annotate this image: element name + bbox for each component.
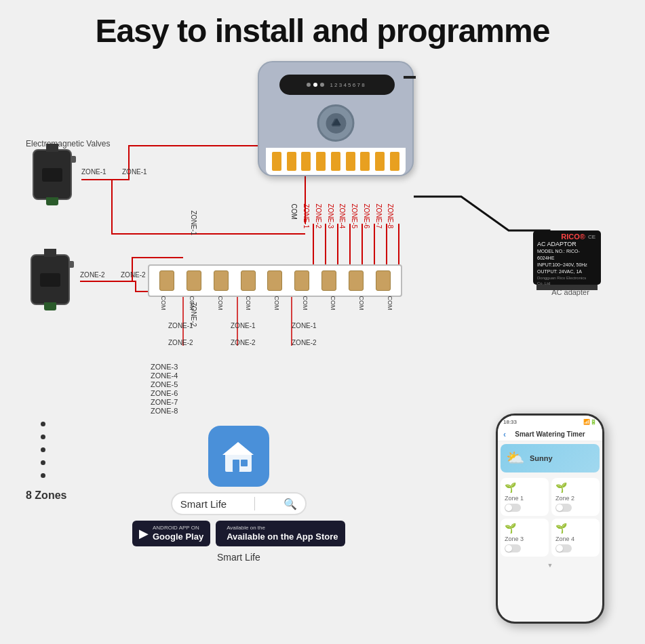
ac-brand: RICO® bbox=[561, 233, 585, 241]
valve-1 bbox=[33, 149, 72, 200]
terminal-strip bbox=[148, 264, 402, 297]
svg-rect-26 bbox=[241, 460, 248, 466]
zone-label-v1-1: ZONE-1 bbox=[81, 168, 106, 176]
terminal-screw bbox=[267, 270, 282, 291]
terminal bbox=[375, 152, 385, 171]
terminal bbox=[346, 152, 355, 171]
zone-toggle-2[interactable] bbox=[555, 504, 572, 512]
terminal-screw bbox=[159, 270, 174, 291]
zone-label-right-3: ZONE-3 bbox=[327, 204, 334, 229]
google-badge-small-text: ANDROID APP ON bbox=[153, 525, 203, 531]
phone-weather: ⛅ Sunny bbox=[501, 444, 600, 472]
weather-label: Sunny bbox=[530, 454, 553, 462]
zone-label-v1-vert: ZONE-1 bbox=[190, 211, 197, 236]
google-badge-main-text: Google Play bbox=[153, 531, 203, 542]
back-button[interactable]: ‹ bbox=[503, 430, 506, 439]
terminal bbox=[316, 152, 326, 171]
phone-app-title: ‹ Smart Watering Timer bbox=[498, 428, 602, 441]
zone-list-item: ZONE-8 bbox=[151, 407, 178, 415]
terminal-screw bbox=[321, 270, 336, 291]
zone-toggle-1[interactable] bbox=[505, 504, 521, 512]
ac-adapter: RICO® CE AC ADAPTOR MODEL NO.: RICO-6024… bbox=[533, 230, 608, 296]
zone-toggle-3[interactable] bbox=[505, 544, 521, 552]
svg-rect-25 bbox=[233, 460, 239, 472]
terminal-screw bbox=[214, 270, 229, 291]
terminal-screw bbox=[241, 270, 256, 291]
phone-mockup: 18:33 📶🔋 ‹ Smart Watering Timer ⛅ Sunny … bbox=[496, 414, 604, 624]
zone-label-com-right: COM bbox=[290, 204, 298, 220]
zone-card-2: 🌱 Zone 2 bbox=[551, 478, 600, 516]
dot bbox=[41, 435, 45, 439]
terminal-block-top bbox=[266, 148, 406, 175]
com-label: COM bbox=[245, 296, 252, 310]
status-dot bbox=[313, 83, 317, 87]
zone-label-v2-1: ZONE-2 bbox=[80, 271, 105, 279]
status-dot bbox=[307, 83, 311, 87]
zone-list: ZONE-3 ZONE-4 ZONE-5 ZONE-6 ZONE-7 ZONE-… bbox=[151, 363, 178, 415]
controller-button-inner bbox=[326, 113, 346, 134]
dot bbox=[41, 460, 45, 465]
zone-list-item: ZONE-3 bbox=[151, 363, 178, 371]
zone-label-right-5: ZONE-5 bbox=[351, 204, 358, 229]
zone-label-right-1: ZONE-1 bbox=[302, 204, 310, 229]
terminal bbox=[390, 152, 399, 171]
com-label: COM bbox=[273, 296, 279, 310]
zone-label-right-6: ZONE-6 bbox=[363, 204, 370, 229]
com-label: COM bbox=[386, 296, 393, 310]
controller-display: 1 2 3 4 5 6 7 8 bbox=[279, 75, 395, 95]
zone-card-1: 🌱 Zone 1 bbox=[501, 478, 549, 516]
terminal bbox=[301, 152, 311, 171]
zone-card-label-2: Zone 2 bbox=[555, 495, 595, 502]
smart-life-icon bbox=[208, 426, 269, 487]
store-badges: ▶ ANDROID APP ON Google Play Available o… bbox=[132, 521, 345, 546]
zone2-bottom-2: ZONE-2 bbox=[231, 339, 256, 346]
terminal bbox=[287, 152, 296, 171]
zone-label-right-7: ZONE-7 bbox=[375, 204, 383, 229]
phone-zones-grid: 🌱 Zone 1 🌱 Zone 2 🌱 Zone 3 🌱 Zone 4 bbox=[498, 475, 602, 559]
terminal-screw bbox=[294, 270, 309, 291]
weather-icon: ⛅ bbox=[506, 449, 524, 467]
google-play-badge[interactable]: ▶ ANDROID APP ON Google Play bbox=[132, 521, 210, 546]
terminal bbox=[331, 152, 340, 171]
ac-adapter-body: RICO® CE AC ADAPTOR MODEL NO.: RICO-6024… bbox=[533, 230, 601, 285]
terminal bbox=[360, 152, 370, 171]
search-bar[interactable]: Smart Life 🔍 bbox=[171, 492, 307, 515]
zone2-bottom-1: ZONE-2 bbox=[168, 339, 193, 346]
app-store-badge[interactable]: Available on the Available on the App St… bbox=[216, 521, 345, 546]
search-icon[interactable]: 🔍 bbox=[284, 498, 297, 510]
em-valves-label: Electromagnetic Valves bbox=[26, 139, 111, 148]
controller-button[interactable] bbox=[317, 104, 355, 142]
more-zones-hint: ▼ bbox=[498, 559, 602, 571]
dot bbox=[41, 447, 45, 452]
ac-input: INPUT:100~240V, 50Hz bbox=[537, 262, 587, 268]
zone-list-item: ZONE-7 bbox=[151, 398, 178, 406]
com-label: COM bbox=[330, 296, 336, 310]
zone-card-label-1: Zone 1 bbox=[505, 495, 545, 502]
phone-title-text: Smart Watering Timer bbox=[515, 430, 585, 438]
smart-life-text-label: Smart Life bbox=[217, 552, 260, 563]
terminal-screw bbox=[187, 270, 201, 291]
valve-2 bbox=[31, 254, 70, 305]
zone-card-4: 🌱 Zone 4 bbox=[551, 519, 600, 557]
app-section: Smart Life 🔍 ▶ ANDROID APP ON Google Pla… bbox=[132, 426, 345, 563]
terminal-screw bbox=[376, 270, 391, 291]
ac-output: OUTPUT: 24VAC, 1A bbox=[537, 268, 582, 275]
com-label: COM bbox=[216, 296, 223, 310]
zone-card-icon: 🌱 bbox=[555, 482, 595, 493]
com-label: COM bbox=[160, 296, 167, 310]
com-labels: COM COM COM COM COM COM COM COM COM bbox=[149, 300, 404, 306]
zone-card-icon: 🌱 bbox=[505, 482, 545, 493]
home-icon bbox=[220, 438, 257, 475]
terminal-screw bbox=[349, 270, 364, 291]
zone-label-right-4: ZONE-4 bbox=[338, 204, 346, 229]
search-divider bbox=[254, 497, 255, 510]
controller-device: 1 2 3 4 5 6 7 8 bbox=[258, 61, 414, 210]
page-title: Easy to install and programme bbox=[0, 0, 645, 49]
zone-label-v1-2: ZONE-1 bbox=[122, 168, 147, 176]
zone-toggle-4[interactable] bbox=[555, 544, 572, 552]
controller-cable bbox=[404, 76, 416, 79]
zone1-bottom-3: ZONE-1 bbox=[292, 322, 317, 329]
zone-label-right-2: ZONE-2 bbox=[315, 204, 322, 229]
apple-badge-main-text: Available on the App Store bbox=[227, 531, 338, 542]
svg-point-27 bbox=[237, 451, 239, 454]
